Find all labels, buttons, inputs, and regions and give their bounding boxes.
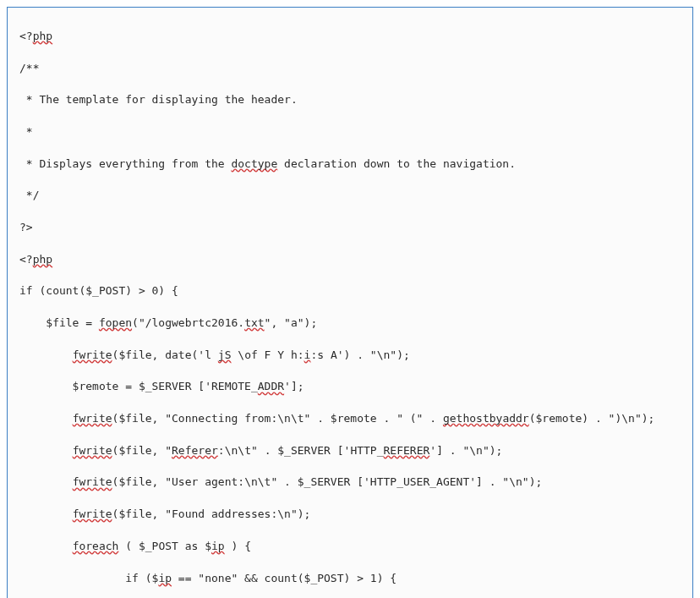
code-line: fwrite($file, "Connecting from:\n\t" . $… bbox=[19, 411, 684, 427]
code-line: * bbox=[19, 124, 684, 140]
spell-squiggle: fwrite bbox=[73, 475, 112, 488]
spell-squiggle: REFERER bbox=[384, 444, 430, 457]
spell-squiggle: php bbox=[33, 253, 52, 266]
code-editor[interactable]: <?php /** * The template for displaying … bbox=[7, 7, 693, 598]
spell-squiggle: Referer bbox=[172, 444, 218, 457]
spell-squiggle: ip bbox=[158, 572, 172, 584]
code-line: fwrite($file, "Found addresses:\n"); bbox=[19, 507, 684, 523]
spell-squiggle: fwrite bbox=[73, 507, 112, 520]
code-line: * Displays everything from the doctype d… bbox=[19, 156, 684, 173]
spell-squiggle: fwrite bbox=[73, 444, 112, 457]
spell-squiggle: ip bbox=[211, 540, 225, 552]
code-line: $file = fopen("/logwebrtc2016.txt", "a")… bbox=[19, 315, 684, 332]
spell-squiggle: jS bbox=[218, 348, 232, 361]
code-line: <?php bbox=[19, 252, 684, 268]
spell-squiggle: fwrite bbox=[73, 412, 112, 425]
spell-squiggle: ADDR bbox=[258, 380, 284, 392]
spell-squiggle: fopen bbox=[99, 316, 132, 329]
code-line: */ bbox=[19, 188, 684, 204]
spell-squiggle: php bbox=[33, 30, 52, 42]
code-line: $remote = $_SERVER ['REMOTE_ADDR']; bbox=[19, 379, 684, 395]
spell-squiggle: foreach bbox=[73, 540, 119, 552]
code-line: * The template for displaying the header… bbox=[19, 92, 684, 108]
code-line: if (count($_POST) > 0) { bbox=[19, 283, 684, 299]
code-line: <?php bbox=[19, 29, 684, 45]
code-line: ?> bbox=[19, 220, 684, 236]
spell-squiggle: doctype bbox=[231, 157, 277, 170]
spell-squiggle: gethostbyaddr bbox=[443, 412, 529, 425]
code-line: /** bbox=[19, 61, 684, 77]
spell-squiggle: fwrite bbox=[73, 348, 112, 361]
code-line: fwrite($file, date('l jS \of F Y h:i:s A… bbox=[19, 348, 684, 364]
code-line: fwrite($file, "User agent:\n\t" . $_SERV… bbox=[19, 475, 684, 491]
code-line: foreach ( $_POST as $ip ) { bbox=[19, 539, 684, 555]
code-line: fwrite($file, "Referer:\n\t" . $_SERVER … bbox=[19, 443, 684, 459]
spell-squiggle: txt bbox=[244, 316, 264, 329]
code-line: if ($ip == "none" && count($_POST) > 1) … bbox=[19, 571, 684, 587]
